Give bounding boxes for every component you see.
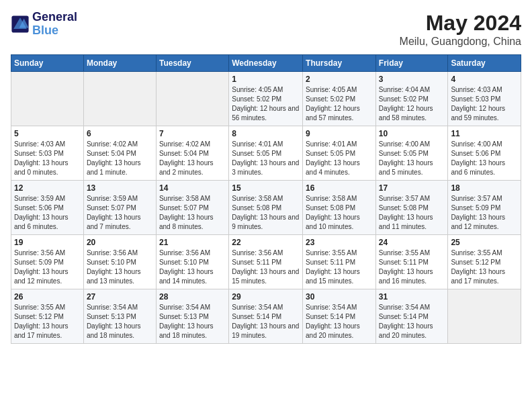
day-number: 4 (451, 75, 518, 84)
calendar-day-13: 13Sunrise: 3:59 AMSunset: 5:07 PMDayligh… (83, 181, 156, 235)
day-number: 20 (87, 238, 153, 247)
logo: General Blue (11, 11, 77, 38)
calendar-empty (448, 289, 521, 344)
day-info: Sunrise: 4:03 AMSunset: 5:03 PMDaylight:… (451, 85, 518, 123)
day-number: 30 (306, 292, 373, 302)
day-info: Sunrise: 3:54 AMSunset: 5:14 PMDaylight:… (232, 303, 300, 340)
calendar-day-18: 18Sunrise: 3:57 AMSunset: 5:09 PMDayligh… (448, 181, 521, 235)
day-number: 21 (159, 238, 226, 247)
day-number: 31 (379, 292, 445, 302)
day-info: Sunrise: 4:01 AMSunset: 5:05 PMDaylight:… (232, 140, 300, 177)
day-info: Sunrise: 4:03 AMSunset: 5:03 PMDaylight:… (14, 140, 81, 177)
logo-icon (11, 15, 30, 34)
calendar-day-12: 12Sunrise: 3:59 AMSunset: 5:06 PMDayligh… (11, 181, 84, 235)
day-number: 12 (14, 183, 81, 193)
calendar-day-16: 16Sunrise: 3:58 AMSunset: 5:08 PMDayligh… (303, 181, 376, 235)
day-number: 23 (306, 238, 373, 247)
day-info: Sunrise: 3:59 AMSunset: 5:07 PMDaylight:… (87, 194, 153, 232)
calendar-day-29: 29Sunrise: 3:54 AMSunset: 5:14 PMDayligh… (229, 289, 303, 344)
day-info: Sunrise: 4:02 AMSunset: 5:04 PMDaylight:… (159, 140, 226, 177)
day-info: Sunrise: 3:56 AMSunset: 5:10 PMDaylight:… (159, 248, 226, 286)
title-block: May 2024 Meilu, Guangdong, China (400, 11, 521, 48)
day-info: Sunrise: 4:00 AMSunset: 5:05 PMDaylight:… (379, 140, 445, 177)
day-number: 27 (87, 292, 153, 302)
day-info: Sunrise: 3:59 AMSunset: 5:06 PMDaylight:… (14, 194, 81, 232)
calendar-day-28: 28Sunrise: 3:54 AMSunset: 5:13 PMDayligh… (156, 289, 228, 344)
calendar-day-25: 25Sunrise: 3:55 AMSunset: 5:12 PMDayligh… (448, 235, 521, 289)
day-number: 6 (87, 129, 153, 138)
calendar-week-4: 19Sunrise: 3:56 AMSunset: 5:09 PMDayligh… (11, 235, 521, 289)
calendar-day-5: 5Sunrise: 4:03 AMSunset: 5:03 PMDaylight… (11, 126, 84, 181)
calendar-day-4: 4Sunrise: 4:03 AMSunset: 5:03 PMDaylight… (448, 72, 521, 126)
weekday-header-tuesday: Tuesday (156, 55, 228, 72)
calendar-day-19: 19Sunrise: 3:56 AMSunset: 5:09 PMDayligh… (11, 235, 84, 289)
day-info: Sunrise: 3:55 AMSunset: 5:12 PMDaylight:… (14, 303, 81, 340)
weekday-header-saturday: Saturday (448, 55, 521, 72)
day-number: 1 (232, 75, 300, 84)
day-info: Sunrise: 3:58 AMSunset: 5:08 PMDaylight:… (232, 194, 300, 232)
calendar-day-10: 10Sunrise: 4:00 AMSunset: 5:05 PMDayligh… (375, 126, 448, 181)
calendar-day-11: 11Sunrise: 4:00 AMSunset: 5:06 PMDayligh… (448, 126, 521, 181)
day-info: Sunrise: 3:54 AMSunset: 5:14 PMDaylight:… (379, 303, 445, 340)
page-header: General Blue May 2024 Meilu, Guangdong, … (11, 11, 521, 48)
calendar-day-1: 1Sunrise: 4:05 AMSunset: 5:02 PMDaylight… (229, 72, 303, 126)
day-info: Sunrise: 3:58 AMSunset: 5:07 PMDaylight:… (159, 194, 226, 232)
day-info: Sunrise: 3:56 AMSunset: 5:10 PMDaylight:… (87, 248, 153, 286)
day-number: 15 (232, 183, 300, 193)
day-info: Sunrise: 3:54 AMSunset: 5:13 PMDaylight:… (87, 303, 153, 340)
day-info: Sunrise: 3:54 AMSunset: 5:14 PMDaylight:… (306, 303, 373, 340)
calendar-day-6: 6Sunrise: 4:02 AMSunset: 5:04 PMDaylight… (83, 126, 156, 181)
calendar-day-27: 27Sunrise: 3:54 AMSunset: 5:13 PMDayligh… (83, 289, 156, 344)
day-number: 17 (379, 183, 445, 193)
day-number: 18 (451, 183, 518, 193)
calendar-day-21: 21Sunrise: 3:56 AMSunset: 5:10 PMDayligh… (156, 235, 228, 289)
calendar-day-7: 7Sunrise: 4:02 AMSunset: 5:04 PMDaylight… (156, 126, 228, 181)
day-number: 22 (232, 238, 300, 247)
day-info: Sunrise: 4:01 AMSunset: 5:05 PMDaylight:… (306, 140, 373, 177)
calendar-day-31: 31Sunrise: 3:54 AMSunset: 5:14 PMDayligh… (375, 289, 448, 344)
day-number: 25 (451, 238, 518, 247)
calendar-empty (83, 72, 156, 126)
day-info: Sunrise: 4:00 AMSunset: 5:06 PMDaylight:… (451, 140, 518, 177)
calendar-week-2: 5Sunrise: 4:03 AMSunset: 5:03 PMDaylight… (11, 126, 521, 181)
day-info: Sunrise: 3:57 AMSunset: 5:09 PMDaylight:… (451, 194, 518, 232)
calendar-empty (156, 72, 228, 126)
month-title: May 2024 (400, 11, 521, 36)
calendar-day-14: 14Sunrise: 3:58 AMSunset: 5:07 PMDayligh… (156, 181, 228, 235)
day-info: Sunrise: 3:56 AMSunset: 5:11 PMDaylight:… (232, 248, 300, 286)
day-number: 13 (87, 183, 153, 193)
day-number: 11 (451, 129, 518, 138)
day-number: 19 (14, 238, 81, 247)
calendar-day-2: 2Sunrise: 4:05 AMSunset: 5:02 PMDaylight… (303, 72, 376, 126)
weekday-header-friday: Friday (375, 55, 448, 72)
day-info: Sunrise: 3:56 AMSunset: 5:09 PMDaylight:… (14, 248, 81, 286)
day-number: 28 (159, 292, 226, 302)
day-info: Sunrise: 4:05 AMSunset: 5:02 PMDaylight:… (306, 85, 373, 123)
calendar-day-30: 30Sunrise: 3:54 AMSunset: 5:14 PMDayligh… (303, 289, 376, 344)
weekday-header-thursday: Thursday (303, 55, 376, 72)
location-title: Meilu, Guangdong, China (400, 36, 521, 48)
day-number: 2 (306, 75, 373, 84)
day-number: 29 (232, 292, 300, 302)
day-number: 16 (306, 183, 373, 193)
day-info: Sunrise: 3:55 AMSunset: 5:11 PMDaylight:… (379, 248, 445, 286)
calendar-day-17: 17Sunrise: 3:57 AMSunset: 5:08 PMDayligh… (375, 181, 448, 235)
day-number: 3 (379, 75, 445, 84)
calendar-week-3: 12Sunrise: 3:59 AMSunset: 5:06 PMDayligh… (11, 181, 521, 235)
calendar-day-3: 3Sunrise: 4:04 AMSunset: 5:02 PMDaylight… (375, 72, 448, 126)
weekday-header-monday: Monday (83, 55, 156, 72)
calendar-day-23: 23Sunrise: 3:55 AMSunset: 5:11 PMDayligh… (303, 235, 376, 289)
day-info: Sunrise: 3:55 AMSunset: 5:12 PMDaylight:… (451, 248, 518, 286)
calendar-header-row: SundayMondayTuesdayWednesdayThursdayFrid… (11, 55, 521, 72)
calendar-table: SundayMondayTuesdayWednesdayThursdayFrid… (11, 54, 521, 344)
day-info: Sunrise: 4:02 AMSunset: 5:04 PMDaylight:… (87, 140, 153, 177)
calendar-day-20: 20Sunrise: 3:56 AMSunset: 5:10 PMDayligh… (83, 235, 156, 289)
calendar-day-9: 9Sunrise: 4:01 AMSunset: 5:05 PMDaylight… (303, 126, 376, 181)
day-number: 9 (306, 129, 373, 138)
calendar-day-8: 8Sunrise: 4:01 AMSunset: 5:05 PMDaylight… (229, 126, 303, 181)
calendar-day-24: 24Sunrise: 3:55 AMSunset: 5:11 PMDayligh… (375, 235, 448, 289)
weekday-header-sunday: Sunday (11, 55, 84, 72)
day-info: Sunrise: 3:55 AMSunset: 5:11 PMDaylight:… (306, 248, 373, 286)
calendar-day-26: 26Sunrise: 3:55 AMSunset: 5:12 PMDayligh… (11, 289, 84, 344)
weekday-header-wednesday: Wednesday (229, 55, 303, 72)
